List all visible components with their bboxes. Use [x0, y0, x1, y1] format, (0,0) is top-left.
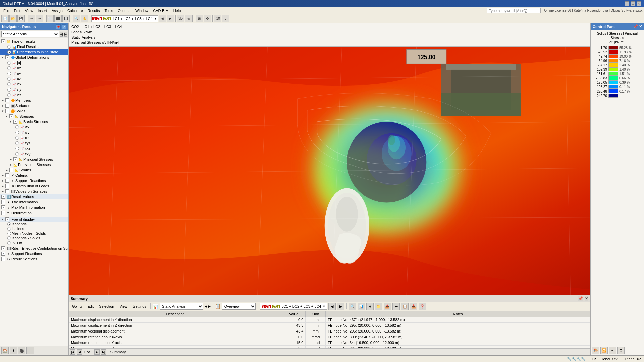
menu-help[interactable]: Help — [171, 8, 183, 13]
exp-type-of-display[interactable]: ▼ — [1, 217, 5, 221]
nav-next[interactable]: ▶ — [64, 32, 67, 37]
nav-prev[interactable]: ◀ — [60, 32, 63, 37]
open-btn[interactable]: 📂 — [9, 15, 17, 22]
menu-calculate[interactable]: Calculate — [65, 8, 85, 13]
cb-deformation[interactable] — [1, 211, 5, 215]
sum-next[interactable]: ▶ — [94, 349, 100, 355]
nav-btn-camera[interactable]: 🎥 — [18, 347, 25, 354]
cb-type-of-display[interactable] — [5, 217, 9, 221]
close-button[interactable]: ✕ — [637, 1, 641, 6]
tree-node-maxmin-information[interactable]: ↕ Max Min Information — [0, 205, 68, 210]
pan-btn[interactable]: ✋ — [81, 15, 88, 22]
cb-strains[interactable] — [9, 168, 13, 172]
sum-btn3[interactable]: 🖨 — [366, 303, 374, 310]
exp-members[interactable]: ▶ — [1, 98, 5, 102]
exp-support-reactions[interactable]: ▶ — [1, 179, 5, 183]
radio-tyz[interactable] — [15, 141, 19, 145]
radio-txy[interactable] — [15, 152, 19, 156]
exp-criteria[interactable]: ▶ — [1, 173, 5, 177]
tree-node-global-deformations[interactable]: ▼ 🔷 Global Deformations — [0, 55, 68, 60]
cb-surfaces[interactable] — [5, 104, 9, 108]
tree-node-uy[interactable]: 📈 uy — [0, 71, 68, 76]
tree-node-isobands[interactable]: Isobands — [0, 222, 68, 226]
num-down[interactable]: -10 — [214, 15, 221, 22]
sum-combo-next[interactable]: ▶ — [208, 305, 211, 308]
summary-view-select[interactable]: Overview — [222, 303, 256, 310]
sum-first[interactable]: |◀ — [70, 349, 75, 355]
zoom-btn[interactable]: 🔍 — [73, 15, 80, 22]
exp-stresses[interactable]: ▼ — [5, 114, 9, 118]
nav-btn-visibility[interactable]: 👁 — [10, 347, 17, 354]
menu-tools[interactable]: Tools — [102, 8, 115, 13]
keyword-search[interactable] — [487, 8, 541, 13]
radio-isolines[interactable] — [7, 227, 11, 231]
sum-lc-next[interactable]: ▶ — [337, 303, 344, 310]
tree-node-mesh-nodes-solids[interactable]: Mesh Nodes - Solids — [0, 231, 68, 236]
tree-node-isobands-solids[interactable]: Isobands - Solids — [0, 236, 68, 240]
radio-final-results[interactable] — [7, 45, 11, 49]
radio-isobands-solids[interactable] — [7, 236, 11, 240]
cb-principal-stresses[interactable] — [13, 157, 17, 161]
cb-criteria[interactable] — [5, 173, 9, 177]
radio-uy[interactable] — [7, 72, 11, 75]
table-row[interactable]: Maximum rotation about Z-axis 0.0 mrad F… — [69, 346, 590, 349]
tree-node-members[interactable]: ▶ 🔶 Members — [0, 98, 68, 103]
tree-node-result-values[interactable]: 🔢 Result Values — [0, 194, 68, 199]
tree-node-sz[interactable]: 📈 σz — [0, 135, 68, 140]
radio-off[interactable] — [7, 241, 11, 245]
redo-btn[interactable]: ↪ — [36, 15, 43, 22]
tree-node-result-sections[interactable]: ✂ Result Sections — [0, 256, 68, 262]
summary-tab-edit[interactable]: Edit — [85, 304, 96, 309]
summary-lc-combo[interactable]: S Ch CO2 LC1 + LC2 + LC3 + LC4 ▼ — [260, 303, 327, 310]
summary-tab-goto[interactable]: Go To — [70, 304, 84, 309]
summary-tab-selection[interactable]: Selection — [97, 304, 116, 309]
summary-tab-settings[interactable]: Settings — [131, 304, 148, 309]
nav-mode-select[interactable]: Static Analysis — [1, 31, 59, 37]
cb-stresses[interactable] — [9, 114, 13, 118]
radio-phix[interactable] — [7, 82, 11, 86]
tree-node-support-reactions2[interactable]: ↕ Support Reactions — [0, 251, 68, 256]
tree-node-deformation[interactable]: 〜 Deformation — [0, 210, 68, 216]
tree-node-surfaces[interactable]: ▶ 🔳 Surfaces — [0, 103, 68, 108]
exp-surfaces[interactable]: ▶ — [1, 104, 5, 108]
exp-values-on-surfaces[interactable]: ▶ — [1, 189, 5, 193]
tree-node-differences[interactable]: 📊 Differences to initial state — [0, 49, 68, 55]
sum-btn9[interactable]: ❓ — [419, 303, 426, 310]
cb-values-on-surfaces[interactable] — [5, 189, 9, 193]
cb-support-reactions2[interactable] — [1, 252, 5, 256]
sum-combo-prev[interactable]: ◀ — [205, 305, 207, 308]
tree-node-tyz[interactable]: 📈 τyz — [0, 140, 68, 146]
sum-btn2[interactable]: 📊 — [358, 303, 365, 310]
sum-lc-prev[interactable]: ◀ — [328, 303, 336, 310]
sum-btn7[interactable]: 📋 — [401, 303, 409, 310]
rp-btn1[interactable]: 🎨 — [592, 347, 599, 354]
tree-node-txz[interactable]: 📈 τxz — [0, 146, 68, 151]
view-btn2[interactable]: ⬛ — [54, 15, 62, 22]
exp-equivalent-stresses[interactable]: ▶ — [9, 163, 13, 167]
tree-node-principal-stresses[interactable]: ▶ 📐 Principal Stresses — [0, 157, 68, 162]
summary-pin[interactable]: 📌 — [578, 296, 583, 301]
exp-principal-stresses[interactable]: ▶ — [9, 157, 13, 161]
menu-results[interactable]: Results — [86, 8, 102, 13]
cb-title-information[interactable] — [1, 200, 5, 204]
menu-options[interactable]: Options — [116, 8, 132, 13]
tree-node-ux[interactable]: 📈 ux — [0, 65, 68, 71]
menu-view[interactable]: View — [23, 8, 35, 13]
snap-btn[interactable]: ✛ — [204, 15, 211, 22]
table-row[interactable]: Maximum vectorial displacement 43.4 mm F… — [69, 328, 590, 334]
exp-distribution-loads[interactable]: ▶ — [1, 184, 5, 188]
cb-members[interactable] — [5, 98, 9, 102]
menu-window[interactable]: Window — [133, 8, 150, 13]
tree-node-strains[interactable]: ▶ 📐 Strains — [0, 167, 68, 173]
num-up[interactable]: . — [222, 15, 229, 22]
exp-strains[interactable]: ▶ — [5, 168, 9, 172]
cb-type-of-results[interactable] — [1, 39, 5, 43]
nav-btn-model[interactable]: 🏠 — [1, 347, 9, 354]
sum-last[interactable]: ▶| — [101, 349, 106, 355]
summary-close[interactable]: ✕ — [585, 296, 588, 301]
menu-cadbim[interactable]: CAD-BIM — [151, 8, 170, 13]
tree-node-criteria[interactable]: ▶ ✔ Criteria — [0, 173, 68, 178]
sum-btn4[interactable]: 📁 — [375, 303, 382, 310]
radio-differences[interactable] — [7, 50, 11, 54]
tree-node-solids[interactable]: ▼ 🟠 Solids — [0, 108, 68, 114]
